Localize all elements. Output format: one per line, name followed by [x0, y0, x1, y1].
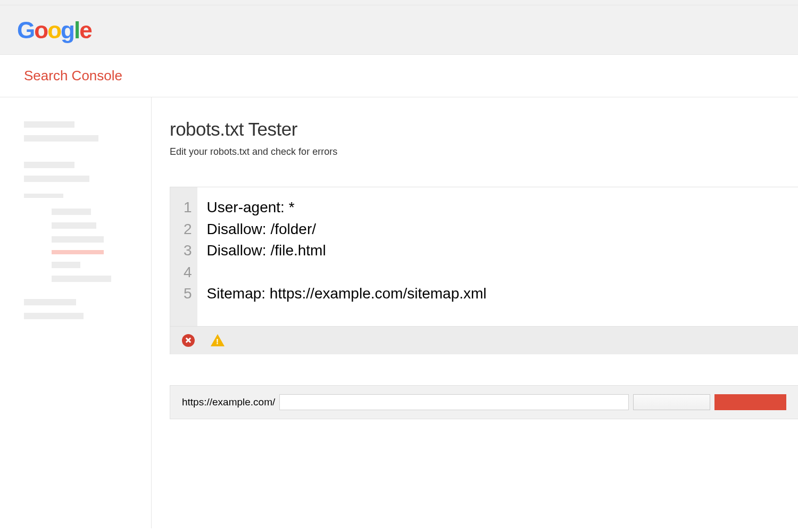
line-number: 3 — [184, 240, 192, 262]
status-bar — [170, 327, 798, 354]
sidebar-placeholder — [52, 276, 111, 282]
line-number: 1 — [184, 197, 192, 219]
sidebar-placeholder — [24, 176, 89, 182]
line-gutter: 1 2 3 4 5 — [170, 187, 197, 326]
product-bar: Search Console — [0, 55, 798, 97]
sidebar-placeholder — [52, 222, 96, 229]
logo-char: G — [17, 17, 34, 44]
sidebar-placeholder — [52, 262, 80, 268]
logo-char: e — [79, 17, 91, 44]
page-title: robots.txt Tester — [170, 119, 798, 140]
page-subtitle: Edit your robots.txt and check for error… — [170, 146, 798, 157]
url-prefix: https://example.com/ — [182, 396, 275, 408]
sidebar-placeholder — [24, 194, 63, 198]
google-logo[interactable]: G o o g l e — [17, 17, 92, 44]
content-area: robots.txt Tester Edit your robots.txt a… — [152, 97, 798, 528]
line-number: 5 — [184, 283, 192, 305]
sidebar-placeholder — [24, 313, 84, 319]
google-header: G o o g l e — [0, 5, 798, 55]
top-divider — [0, 0, 798, 5]
error-icon[interactable] — [182, 334, 195, 347]
code-line: Sitemap: https://example.com/sitemap.xml — [207, 283, 788, 305]
url-path-input[interactable] — [279, 394, 629, 410]
sidebar — [0, 97, 152, 528]
sidebar-placeholder — [24, 135, 98, 142]
sidebar-placeholder — [24, 299, 76, 305]
logo-char: o — [34, 17, 47, 44]
useragent-dropdown[interactable] — [633, 394, 710, 410]
sidebar-placeholder-active — [52, 250, 104, 254]
line-number: 2 — [184, 219, 192, 240]
sidebar-placeholder — [24, 121, 74, 128]
sidebar-placeholder — [52, 209, 91, 215]
code-line: User-agent: * — [207, 197, 788, 219]
test-button[interactable] — [714, 394, 786, 410]
robots-editor[interactable]: 1 2 3 4 5 User-agent: * Disallow: /folde… — [170, 187, 798, 327]
main-container: robots.txt Tester Edit your robots.txt a… — [0, 97, 798, 528]
sidebar-placeholder — [52, 236, 104, 243]
logo-char: o — [47, 17, 61, 44]
line-number: 4 — [184, 262, 192, 284]
code-line: Disallow: /file.html — [207, 240, 788, 262]
logo-char: g — [61, 17, 74, 44]
code-area[interactable]: User-agent: * Disallow: /folder/ Disallo… — [197, 187, 798, 326]
warning-icon[interactable] — [211, 334, 225, 346]
product-name[interactable]: Search Console — [24, 68, 774, 84]
url-tester-bar: https://example.com/ — [170, 385, 798, 419]
code-line: Disallow: /folder/ — [207, 219, 788, 240]
code-line — [207, 262, 788, 284]
logo-char: l — [74, 17, 79, 44]
sidebar-placeholder — [24, 162, 74, 168]
